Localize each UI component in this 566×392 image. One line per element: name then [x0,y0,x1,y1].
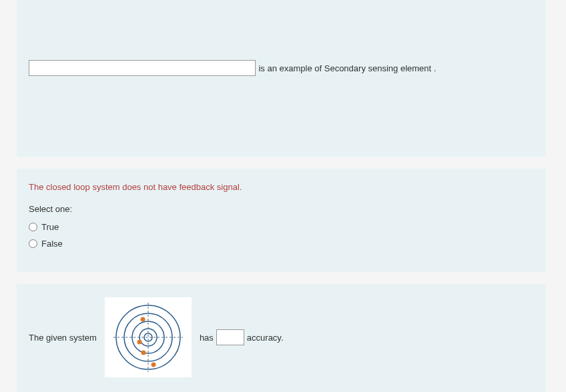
question-card-2: The closed loop system does not have fee… [17,169,546,272]
question3-mid: has [200,333,214,343]
radio-true-label: True [41,222,59,232]
svg-point-7 [140,317,145,322]
question3-suffix: accuracy. [247,333,284,343]
radio-option-false: False [29,239,534,249]
radio-false-label: False [41,239,63,249]
question-card-top [17,0,546,27]
target-diagram [105,297,192,377]
question2-stem: The closed loop system does not have fee… [29,182,534,192]
question-card-1: is an example of Secondary sensing eleme… [17,23,546,157]
svg-point-9 [141,351,146,355]
question3-prefix: The given system [29,333,97,343]
svg-point-8 [137,340,142,345]
question-card-3: The given system has accurac [17,284,546,392]
radio-true[interactable] [29,223,37,231]
radio-false[interactable] [29,239,37,248]
radio-option-true: True [29,222,534,232]
svg-point-10 [151,363,156,367]
fill-blank-input[interactable] [29,60,256,76]
accuracy-input[interactable] [216,329,244,345]
question2-prompt: Select one: [29,204,534,214]
question1-suffix: is an example of Secondary sensing eleme… [258,63,436,73]
